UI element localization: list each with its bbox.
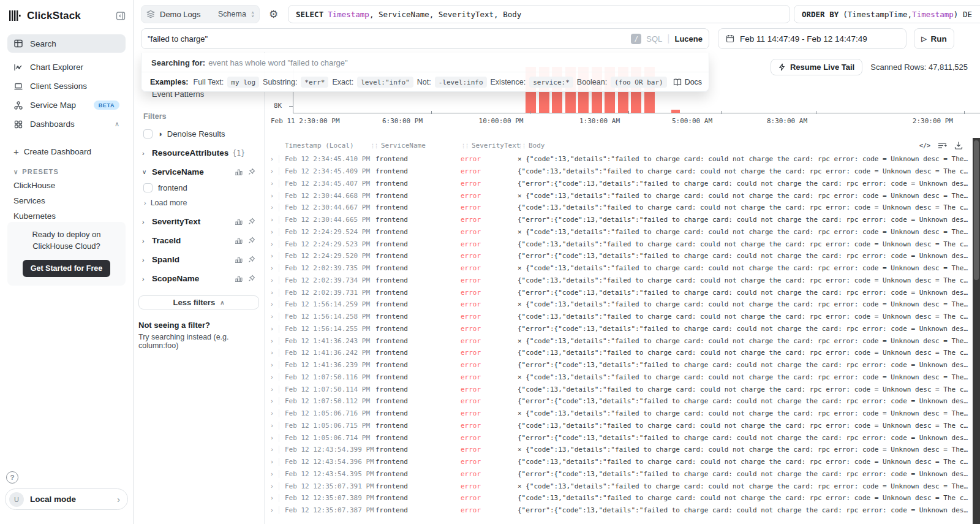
log-row[interactable]: ›Feb 12 2:02:39.734 PMfrontenderror{"cod… [265,275,973,287]
row-expand-chevron[interactable]: › [265,471,273,477]
log-row[interactable]: ›Feb 12 2:34:45.407 PMfrontenderror{"err… [265,178,973,190]
row-expand-chevron[interactable]: › [265,410,273,417]
sidebar-collapse-icon[interactable] [116,11,126,21]
column-handle-icon[interactable]: ⋮⋮ [518,143,525,149]
row-expand-chevron[interactable]: › [265,168,273,175]
col-header-servicename[interactable]: ⋮⋮ServiceName [370,142,461,150]
log-row[interactable]: ›Feb 12 1:07:50.114 PMfrontenderror{"cod… [265,383,973,395]
log-row[interactable]: ›Feb 12 2:24:29.524 PMfrontenderror× {"c… [265,226,973,238]
sidebar-preset-services[interactable]: Services [13,193,119,208]
log-row[interactable]: ›Feb 12 1:05:06.715 PMfrontenderror{"cod… [265,420,973,432]
row-expand-chevron[interactable]: › [265,204,273,211]
row-expand-chevron[interactable]: › [265,349,273,356]
chart-mini-icon[interactable] [235,237,243,245]
row-expand-chevron[interactable]: › [265,265,273,271]
log-row[interactable]: ›Feb 12 1:41:36.242 PMfrontenderror{"cod… [265,347,973,359]
column-handle-icon[interactable]: ⋮⋮ [461,143,468,149]
log-row[interactable]: ›Feb 12 2:34:45.410 PMfrontenderror× {"c… [265,153,973,165]
chart-mini-icon[interactable] [235,168,243,176]
download-icon[interactable] [954,141,963,150]
table-scrollbar[interactable] [973,138,980,524]
log-row[interactable]: ›Feb 12 1:56:14.258 PMfrontenderror{"cod… [265,311,973,323]
log-row[interactable]: ›Feb 12 2:24:29.520 PMfrontenderror{"err… [265,250,973,262]
denoise-checkbox[interactable] [143,129,153,139]
docs-link[interactable]: Docs [673,78,702,86]
row-expand-chevron[interactable]: › [265,386,273,393]
filter-group-servicename[interactable]: ∨ ServiceName [142,167,255,177]
log-row[interactable]: ›Feb 12 1:05:06.716 PMfrontenderror× {"c… [265,408,973,420]
row-expand-chevron[interactable]: › [265,289,273,296]
sidebar-item-chart-explorer[interactable]: Chart Explorer [7,58,126,77]
schema-label[interactable]: Schema [218,10,246,18]
row-expand-chevron[interactable]: › [265,446,273,453]
log-row[interactable]: ›Feb 12 12:35:07.391 PMfrontenderror× {"… [265,480,973,492]
col-header-body[interactable]: ⋮⋮Body [518,142,973,150]
log-row[interactable]: ›Feb 12 2:24:29.523 PMfrontenderror{"cod… [265,238,973,250]
help-icon[interactable]: ? [6,471,18,484]
chart-mini-icon[interactable] [235,275,243,283]
row-expand-chevron[interactable]: › [265,362,273,368]
row-expand-chevron[interactable]: › [265,422,273,429]
row-expand-chevron[interactable]: › [265,216,273,223]
pin-icon[interactable] [248,275,255,283]
column-settings-icon[interactable] [938,142,947,150]
sidebar-item-dashboards[interactable]: Dashboards ∧ [7,115,126,134]
less-filters-button[interactable]: Less filters ∧ [138,295,259,309]
sql-mode-toggle[interactable]: SQL [646,34,662,44]
chevron-up-icon[interactable]: ∧ [115,120,119,128]
log-row[interactable]: ›Feb 12 12:43:54.399 PMfrontenderror× {"… [265,444,973,456]
row-expand-chevron[interactable]: › [265,325,273,332]
search-input[interactable] [148,34,631,44]
row-expand-chevron[interactable]: › [265,180,273,187]
log-row[interactable]: ›Feb 12 12:35:07.387 PMfrontenderror{"er… [265,504,973,517]
row-expand-chevron[interactable]: › [265,338,273,344]
log-row[interactable]: ›Feb 12 1:41:36.239 PMfrontenderror{"err… [265,359,973,371]
row-expand-chevron[interactable]: › [265,156,273,162]
filter-value-frontend[interactable]: frontend [143,183,255,192]
log-row[interactable]: ›Feb 12 2:30:44.665 PMfrontenderror{"err… [265,214,973,226]
row-expand-chevron[interactable]: › [265,313,273,320]
log-row[interactable]: ›Feb 12 2:30:44.668 PMfrontenderror× {"c… [265,189,973,202]
filter-group-traceid[interactable]: ›TraceId [142,236,255,245]
sidebar-item-service-map[interactable]: Service Map BETA [7,96,126,115]
date-range-picker[interactable]: Feb 11 14:47:49 - Feb 12 14:47:49 [718,28,907,49]
row-expand-chevron[interactable]: › [265,398,273,404]
log-row[interactable]: ›Feb 12 2:02:39.735 PMfrontenderror× {"c… [265,262,973,275]
row-expand-chevron[interactable]: › [265,507,273,514]
log-row[interactable]: ›Feb 12 1:56:14.259 PMfrontenderror× {"c… [265,298,973,311]
scrollbar-thumb[interactable] [974,140,979,280]
frontend-checkbox[interactable] [143,183,153,192]
col-header-severitytext[interactable]: ⋮⋮SeverityText [461,142,518,150]
chart-mini-icon[interactable] [235,218,243,226]
log-row[interactable]: ›Feb 12 2:02:39.731 PMfrontenderror{"err… [265,286,973,298]
order-by-box[interactable]: ORDER BY (TimestampTime, Timestamp ) DE [794,5,980,23]
log-row[interactable]: ›Feb 12 2:30:44.667 PMfrontenderror{"cod… [265,202,973,214]
log-row[interactable]: ›Feb 12 12:43:54.395 PMfrontenderror{"er… [265,468,973,480]
log-row[interactable]: ›Feb 12 1:07:50.112 PMfrontenderror{"err… [265,395,973,408]
column-handle-icon[interactable]: ⋮⋮ [370,143,377,149]
lucene-mode-toggle[interactable]: Lucene [674,34,703,44]
load-more-button[interactable]: › Load more [144,199,255,207]
log-row[interactable]: ›Feb 12 1:07:50.116 PMfrontenderror× {"c… [265,371,973,384]
create-dashboard-button[interactable]: + Create Dashboard [7,143,126,159]
row-expand-chevron[interactable]: › [265,229,273,235]
denoise-results-row[interactable]: ◑ Denoise Results [143,129,255,139]
histogram-bar[interactable] [671,110,680,113]
local-mode-button[interactable]: U Local mode › [5,488,128,510]
col-header-timestamp[interactable]: Timestamp (Local) [285,142,370,150]
sidebar-item-search[interactable]: Search [7,34,126,53]
row-expand-chevron[interactable]: › [265,277,273,284]
row-expand-chevron[interactable]: › [265,301,273,308]
pin-icon[interactable] [248,237,255,245]
log-row[interactable]: ›Feb 12 1:56:14.255 PMfrontenderror{"err… [265,323,973,335]
row-expand-chevron[interactable]: › [265,374,273,381]
row-expand-chevron[interactable]: › [265,241,273,248]
chart-mini-icon[interactable] [235,256,243,264]
select-query-box[interactable]: SELECT Timestamp , ServiceName, Severity… [288,5,790,23]
log-row[interactable]: ›Feb 12 1:05:06.714 PMfrontenderror{"err… [265,431,973,444]
gear-icon[interactable]: ⚙ [269,8,278,21]
row-expand-chevron[interactable]: › [265,483,273,490]
log-row[interactable]: ›Feb 12 2:34:45.409 PMfrontenderror{"cod… [265,165,973,178]
filter-group-resourceattributes[interactable]: › ResourceAttributes {1} [142,148,255,158]
row-expand-chevron[interactable]: › [265,458,273,465]
